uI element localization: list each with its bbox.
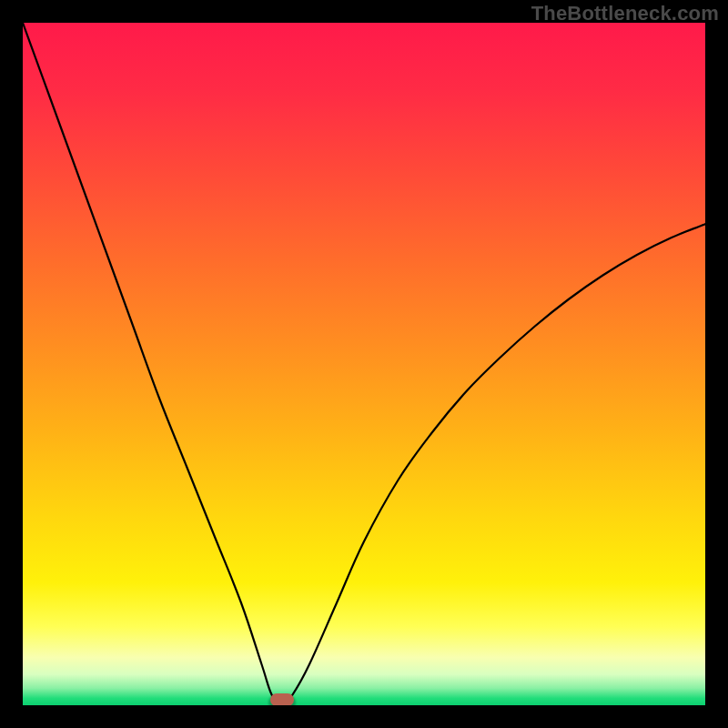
curve-path	[23, 23, 705, 705]
optimum-marker	[270, 693, 294, 705]
plot-area	[23, 23, 705, 705]
chart-frame: TheBottleneck.com	[0, 0, 728, 728]
bottleneck-curve	[23, 23, 705, 705]
